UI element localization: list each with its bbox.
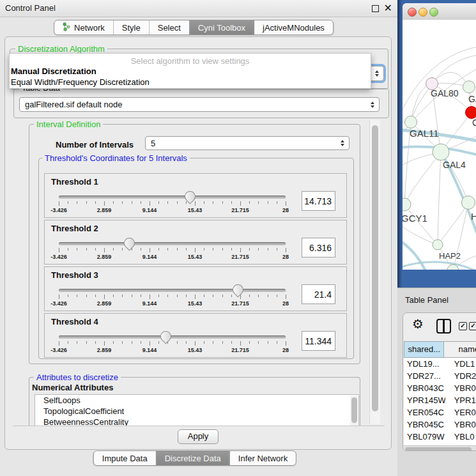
table-row[interactable]: YBL079WYBL0 <box>404 431 476 443</box>
list-scrollbar[interactable] <box>350 395 358 426</box>
tick-label: 9.144 <box>142 254 157 260</box>
checked-checkbox-icon[interactable]: ✓ <box>469 322 476 330</box>
table-data-group: Table Data galFiltered.sif default node <box>13 88 389 118</box>
checked-checkbox-icon[interactable]: ✓ <box>459 322 467 330</box>
mode-tab-impute-data[interactable]: Impute Data <box>94 451 156 465</box>
threshold-slider[interactable]: -3.4262.8599.14415.4321.71528 <box>59 284 286 309</box>
tick-label: 21.715 <box>231 254 249 260</box>
cell-shared-name[interactable]: YDL19... <box>404 358 445 370</box>
cell-name[interactable]: YER0 <box>445 406 476 418</box>
mode-tab-discretize-data[interactable]: Discretize Data <box>156 451 229 465</box>
table-data-combobox[interactable]: galFiltered.sif default node <box>19 97 380 112</box>
tick-mark <box>186 248 187 250</box>
numerical-attributes-label: Numerical Attributes <box>32 383 113 392</box>
tick-mark <box>186 201 187 204</box>
network-canvas[interactable]: GAL80GACGAL11GAL4GCY1HHAP2 <box>403 20 476 270</box>
cell-shared-name[interactable]: YBR043C <box>404 382 445 394</box>
tick-mark <box>195 201 196 206</box>
network-node-gal11[interactable] <box>405 116 417 128</box>
attribute-list-item[interactable]: BetweennessCentrality <box>35 417 358 426</box>
cell-shared-name[interactable]: YBL079W <box>404 431 445 443</box>
threshold-slider[interactable]: -3.4262.8599.14415.4321.71528 <box>59 237 286 263</box>
tick-label: 9.144 <box>142 347 157 353</box>
numerical-attributes-list[interactable]: SelfLoopsTopologicalCoefficientBetweenne… <box>35 394 359 426</box>
slider-track <box>59 196 286 199</box>
network-node-c[interactable] <box>466 107 476 119</box>
tick-mark <box>104 248 105 252</box>
tab-jactivemnodules[interactable]: jActiveMNodules <box>254 20 333 35</box>
minimize-traffic-light[interactable] <box>418 8 427 17</box>
threshold-value-field[interactable]: 6.316 <box>302 238 335 257</box>
tick-mark <box>268 248 268 250</box>
close-traffic-light[interactable] <box>408 8 417 17</box>
tick-mark <box>240 295 241 299</box>
tab-select[interactable]: Select <box>149 20 189 35</box>
tick-mark <box>150 295 150 299</box>
zoom-traffic-light[interactable] <box>429 8 438 17</box>
tick-label: 21.715 <box>231 207 249 213</box>
table-row[interactable]: YDR27...YDR2 <box>404 370 476 382</box>
network-node-gcy1[interactable] <box>403 198 411 211</box>
split-view-icon[interactable] <box>436 319 451 334</box>
attribute-list-item[interactable]: SelfLoops <box>35 395 358 406</box>
cell-shared-name[interactable]: YBR045C <box>404 418 445 431</box>
table-row[interactable]: YBR045CYBR0 <box>404 418 476 431</box>
tick-label: 2.859 <box>97 207 112 213</box>
number-of-intervals-combobox[interactable]: 5 <box>145 136 349 150</box>
cell-name[interactable]: YDL1 <box>445 358 476 370</box>
cell-name[interactable]: YBR0 <box>445 418 476 431</box>
window-title: Control Panel <box>5 0 56 17</box>
table-row[interactable]: YBR043CYBR0 <box>404 382 476 394</box>
tab-network[interactable]: Network <box>54 20 113 35</box>
tick-mark <box>167 295 168 297</box>
cell-name[interactable]: YDR2 <box>445 370 476 382</box>
tick-mark <box>68 341 68 344</box>
cell-shared-name[interactable]: YPR145W <box>404 394 445 406</box>
tick-mark <box>77 295 77 297</box>
dropdown-option-manual-discretization[interactable]: Manual Discretization <box>11 66 96 76</box>
threshold-value-field[interactable]: 11.344 <box>302 331 335 351</box>
threshold-value-field[interactable]: 14.713 <box>302 191 335 211</box>
table-row[interactable]: YDL19...YDL1 <box>404 358 476 370</box>
threshold-value-field[interactable]: 21.4 <box>302 284 335 304</box>
cell-name[interactable]: YBR0 <box>445 382 476 394</box>
network-node-ga[interactable] <box>463 81 475 93</box>
tick-mark <box>104 201 105 206</box>
cell-name[interactable]: YBL0 <box>445 431 476 443</box>
table-row[interactable]: YER054CYER0 <box>404 406 476 418</box>
tab-cyni-toolbox[interactable]: Cyni Toolbox <box>189 20 254 35</box>
dropdown-option-equal-width-frequency[interactable]: Equal Width/Frequency Discretization <box>11 77 150 87</box>
tick-mark <box>268 295 268 297</box>
tick-mark <box>249 295 250 297</box>
column-header-shared-name[interactable]: shared... <box>404 341 444 358</box>
settings-gear-icon[interactable]: ⚙ <box>412 316 424 332</box>
column-header-name[interactable]: name <box>444 341 476 358</box>
tick-mark <box>122 341 123 344</box>
mode-tab-infer-network[interactable]: Infer Network <box>229 451 296 465</box>
table-data-value: galFiltered.sif default node <box>25 100 122 109</box>
network-node-h[interactable] <box>462 196 475 210</box>
slider-track <box>59 242 286 245</box>
threshold-slider[interactable]: -3.4262.8599.14415.4321.71528 <box>59 190 286 216</box>
cell-shared-name[interactable]: YDR27... <box>404 370 445 382</box>
table-row[interactable]: YPR145WYPR1 <box>404 394 476 406</box>
tick-mark <box>86 295 87 297</box>
network-node-label: GAL4 <box>443 160 466 170</box>
cell-name[interactable]: YPR1 <box>445 394 476 406</box>
network-node-label: GAL80 <box>431 88 459 98</box>
close-icon[interactable]: ✕ <box>384 1 392 16</box>
table-horizontal-scrollbar[interactable] <box>404 445 476 451</box>
network-node-gal4[interactable] <box>433 144 449 160</box>
control-panel-titlebar: Control Panel ✕ <box>0 0 397 17</box>
network-node-hap2[interactable] <box>433 240 443 250</box>
tick-mark <box>158 341 159 344</box>
network-node-label: C <box>472 118 476 128</box>
cell-shared-name[interactable]: YER054C <box>404 406 445 418</box>
tick-labels: -3.4262.8599.14415.4321.71528 <box>59 347 286 355</box>
apply-button[interactable]: Apply <box>178 429 219 444</box>
float-window-icon[interactable] <box>372 5 379 12</box>
tab-style[interactable]: Style <box>113 20 149 35</box>
threshold-slider[interactable]: -3.4262.8599.14415.4321.71528 <box>59 330 286 356</box>
panel-vertical-scrollbar[interactable] <box>369 120 380 424</box>
attribute-list-item[interactable]: TopologicalCoefficient <box>35 406 358 417</box>
